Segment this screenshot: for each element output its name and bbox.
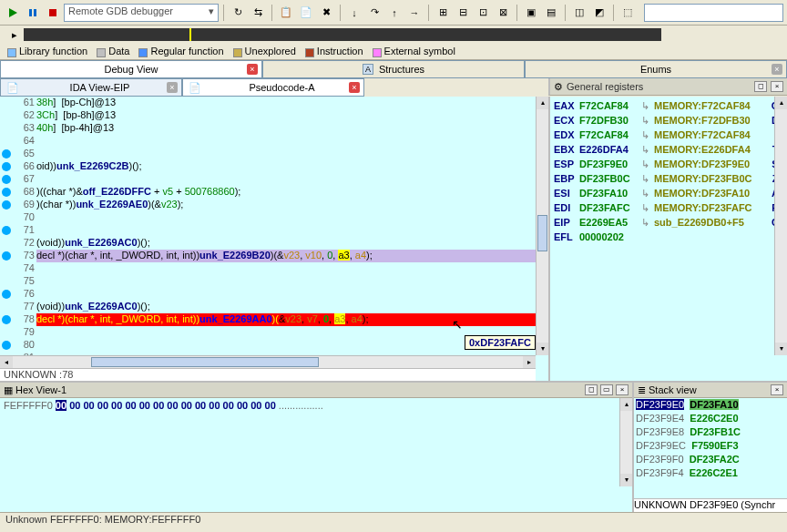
close-icon[interactable]: × bbox=[247, 64, 258, 75]
breakpoint-del-icon[interactable]: ✖ bbox=[317, 4, 335, 22]
register-row[interactable]: ECXF72DFB30↳MEMORY:F72DFB30 bbox=[554, 113, 787, 128]
legend-unexplored: Unexplored bbox=[233, 46, 296, 56]
register-row[interactable]: EDXF72CAF84↳MEMORY:F72CAF84 bbox=[554, 128, 787, 142]
top-tabstrip: Debug View× AStructures Enums× bbox=[0, 60, 787, 78]
stack-row[interactable]: DF23F9E4 E226C2E0 bbox=[636, 413, 785, 426]
code-line[interactable]: 68)((char *)&off_E226DFFC + v5 + 5007688… bbox=[0, 186, 536, 199]
stack-body[interactable]: DF23F9E0 DF23FA10DF23F9E4 E226C2E0DF23F9… bbox=[634, 398, 787, 498]
minimize-icon[interactable]: ▭ bbox=[600, 384, 613, 395]
stack-row[interactable]: DF23F9F0 DF23FA2C bbox=[636, 454, 785, 467]
vertical-scrollbar[interactable]: ▴▾ bbox=[619, 398, 632, 486]
close-icon[interactable]: × bbox=[772, 64, 782, 75]
code-line[interactable]: 72(void))unk_E2269AC0)(); bbox=[0, 237, 536, 250]
stop-icon[interactable] bbox=[44, 4, 62, 22]
debugger-select[interactable]: Remote GDB debugger▾ bbox=[64, 4, 219, 22]
horizontal-scrollbar[interactable]: ◂ ▸ bbox=[0, 355, 536, 368]
legend-regular: Regular function bbox=[138, 46, 223, 56]
sync-icon[interactable]: ⇆ bbox=[249, 4, 267, 22]
hex-body[interactable]: FEFFFFF0 00 00 00 00 00 00 00 00 00 00 0… bbox=[0, 398, 632, 512]
code-line[interactable]: 6138h] [bp-Ch]@13 bbox=[0, 97, 536, 109]
code-line[interactable]: 64 bbox=[0, 135, 536, 148]
t1-icon[interactable]: ⊞ bbox=[434, 4, 452, 22]
step-over-icon[interactable]: ↷ bbox=[365, 4, 383, 22]
registers-header: ⚙ General registers ◻ × bbox=[548, 78, 787, 96]
code-line[interactable]: 6340h] [bp-4h]@13 bbox=[0, 122, 536, 135]
close-icon[interactable]: × bbox=[616, 384, 629, 395]
code-line[interactable]: 623Ch] [bp-8h]@13 bbox=[0, 109, 536, 122]
stack-icon: ≣ bbox=[638, 384, 646, 396]
tab-debug-view[interactable]: Debug View× bbox=[0, 60, 262, 77]
legend-data: Data bbox=[97, 46, 129, 56]
register-row[interactable]: EFL00000202 bbox=[554, 230, 787, 244]
run-to-icon[interactable]: → bbox=[405, 4, 424, 22]
pause-icon[interactable] bbox=[24, 4, 42, 22]
code-line[interactable]: 74 bbox=[0, 262, 536, 275]
code-line[interactable]: 76 bbox=[0, 288, 536, 301]
vertical-scrollbar[interactable]: ▴ ▾ bbox=[536, 97, 548, 355]
register-row[interactable]: EIPE2269EA5↳sub_E2269DB0+F5 bbox=[554, 215, 787, 230]
close-icon[interactable]: × bbox=[167, 82, 178, 93]
tab-enums[interactable]: Enums× bbox=[525, 60, 787, 77]
step-into-icon[interactable]: ↓ bbox=[345, 4, 363, 22]
t8-icon[interactable]: ◩ bbox=[590, 4, 608, 22]
code-line[interactable]: 73decl *)(char *, int, _DWORD, int, int)… bbox=[0, 250, 536, 262]
register-row[interactable]: EBXE226DFA4↳MEMORY:E226DFA4 bbox=[554, 142, 787, 157]
doc-icon: 📄 bbox=[6, 82, 19, 94]
code-line[interactable]: 70 bbox=[0, 211, 536, 224]
tab-pseudocode[interactable]: 📄 Pseudocode-A × bbox=[182, 78, 364, 97]
register-row[interactable]: EAXF72CAF84↳MEMORY:F72CAF84 bbox=[554, 98, 787, 113]
code-line[interactable]: 75 bbox=[0, 275, 536, 288]
refresh-icon[interactable]: ↻ bbox=[229, 4, 247, 22]
close-icon[interactable]: × bbox=[771, 81, 783, 92]
code-line[interactable]: 79 bbox=[0, 326, 536, 339]
nav-bar: ▸ bbox=[0, 26, 787, 44]
t9-icon[interactable]: ⬚ bbox=[618, 4, 637, 22]
command-input[interactable] bbox=[644, 4, 783, 22]
t2-icon[interactable]: ⊟ bbox=[454, 4, 472, 22]
code-line[interactable]: 80 bbox=[0, 339, 536, 352]
code-line[interactable]: 65 bbox=[0, 148, 536, 160]
t6-icon[interactable]: ▤ bbox=[542, 4, 560, 22]
svg-rect-1 bbox=[29, 9, 32, 16]
register-row[interactable]: ESIDF23FA10↳MEMORY:DF23FA10 bbox=[554, 186, 787, 200]
nav-progress[interactable] bbox=[24, 28, 661, 41]
code-line[interactable]: 66oid))unk_E2269C2B)(); bbox=[0, 160, 536, 173]
doc-icon: 📄 bbox=[189, 82, 201, 94]
sub-tabstrip: 📄 IDA View-EIP × 📄 Pseudocode-A × bbox=[0, 78, 548, 97]
code-status: UNKNOWN :78 bbox=[0, 368, 536, 381]
hex-header: ▦ Hex View-1 ◻ ▭ × bbox=[0, 383, 632, 398]
restore-icon[interactable]: ◻ bbox=[754, 81, 767, 92]
t7-icon[interactable]: ◫ bbox=[570, 4, 588, 22]
hex-title: Hex View-1 bbox=[15, 384, 582, 395]
step-out-icon[interactable]: ↑ bbox=[385, 4, 404, 22]
register-row[interactable]: EDIDF23FAFC↳MEMORY:DF23FAFC bbox=[554, 200, 787, 215]
t4-icon[interactable]: ⊠ bbox=[494, 4, 512, 22]
t3-icon[interactable]: ⊡ bbox=[474, 4, 492, 22]
code-line[interactable]: 69)(char *))unk_E2269AE0)(&v23); bbox=[0, 199, 536, 211]
run-icon[interactable] bbox=[4, 4, 22, 22]
registers-list[interactable]: EAXF72CAF84↳MEMORY:F72CAF84ECXF72DFB30↳M… bbox=[550, 97, 787, 381]
svg-rect-3 bbox=[49, 9, 56, 16]
svg-rect-2 bbox=[34, 9, 36, 16]
tab-ida-view[interactable]: 📄 IDA View-EIP × bbox=[0, 78, 182, 97]
register-row[interactable]: EBPDF23FB0C↳MEMORY:DF23FB0C bbox=[554, 171, 787, 186]
code-line[interactable]: 78decl *)(char *, int, _DWORD, int, int)… bbox=[0, 313, 536, 326]
code-line[interactable]: 71 bbox=[0, 224, 536, 237]
code-line[interactable]: 67 bbox=[0, 173, 536, 186]
close-icon[interactable]: × bbox=[771, 384, 783, 395]
vertical-scrollbar[interactable]: ▴ ▾ bbox=[774, 97, 787, 355]
register-row[interactable]: ESPDF23F9E0↳MEMORY:DF23F9E0 bbox=[554, 157, 787, 171]
tool-icon[interactable]: 📋 bbox=[277, 4, 295, 22]
t5-icon[interactable]: ▣ bbox=[522, 4, 540, 22]
stack-row[interactable]: DF23F9F4 E226C2E1 bbox=[636, 467, 785, 481]
pseudocode-view[interactable]: 6138h] [bp-Ch]@13623Ch] [bp-8h]@136340h]… bbox=[0, 97, 548, 381]
tab-structures[interactable]: AStructures bbox=[262, 60, 525, 77]
restore-icon[interactable]: ◻ bbox=[585, 384, 598, 395]
close-icon[interactable]: × bbox=[349, 82, 360, 93]
stack-row[interactable]: DF23F9E0 DF23FA10 bbox=[636, 399, 785, 413]
nav-arrow-icon[interactable]: ▸ bbox=[5, 26, 24, 44]
stack-row[interactable]: DF23F9E8 DF23FB1C bbox=[636, 426, 785, 440]
tool2-icon[interactable]: 📄 bbox=[297, 4, 315, 22]
code-line[interactable]: 77(void))unk_E2269AC0)(); bbox=[0, 301, 536, 313]
stack-row[interactable]: DF23F9EC F7590EF3 bbox=[636, 440, 785, 454]
